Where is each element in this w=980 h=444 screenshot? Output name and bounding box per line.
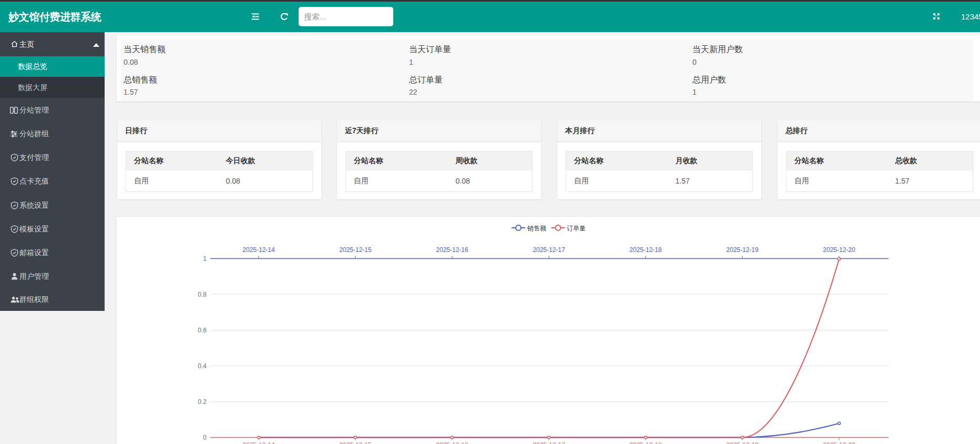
svg-text:2025-12-20: 2025-12-20 [823,246,855,254]
svg-text:2025-12-19: 2025-12-19 [726,441,759,444]
svg-text:0.8: 0.8 [198,291,207,298]
svg-text:2025-12-14: 2025-12-14 [242,246,275,254]
svg-text:2025-12-17: 2025-12-17 [533,246,565,254]
svg-text:2025-12-20: 2025-12-20 [823,441,855,444]
svg-text:0.4: 0.4 [198,362,207,370]
svg-text:0.2: 0.2 [198,398,207,406]
svg-text:2025-12-18: 2025-12-18 [629,441,662,444]
svg-text:销售额: 销售额 [527,225,546,232]
svg-text:1: 1 [203,255,207,263]
svg-text:2025-12-14: 2025-12-14 [242,441,275,444]
svg-text:2025-12-17: 2025-12-17 [533,441,565,444]
svg-text:2025-12-19: 2025-12-19 [726,246,759,254]
svg-text:0: 0 [203,434,207,441]
svg-text:2025-12-15: 2025-12-15 [339,246,372,254]
svg-text:2025-12-15: 2025-12-15 [339,441,372,444]
svg-text:2025-12-16: 2025-12-16 [436,441,468,444]
svg-text:2025-12-18: 2025-12-18 [629,246,662,254]
svg-text:2025-12-16: 2025-12-16 [436,246,468,254]
svg-text:0.6: 0.6 [198,327,207,334]
svg-text:订单量: 订单量 [567,225,586,232]
